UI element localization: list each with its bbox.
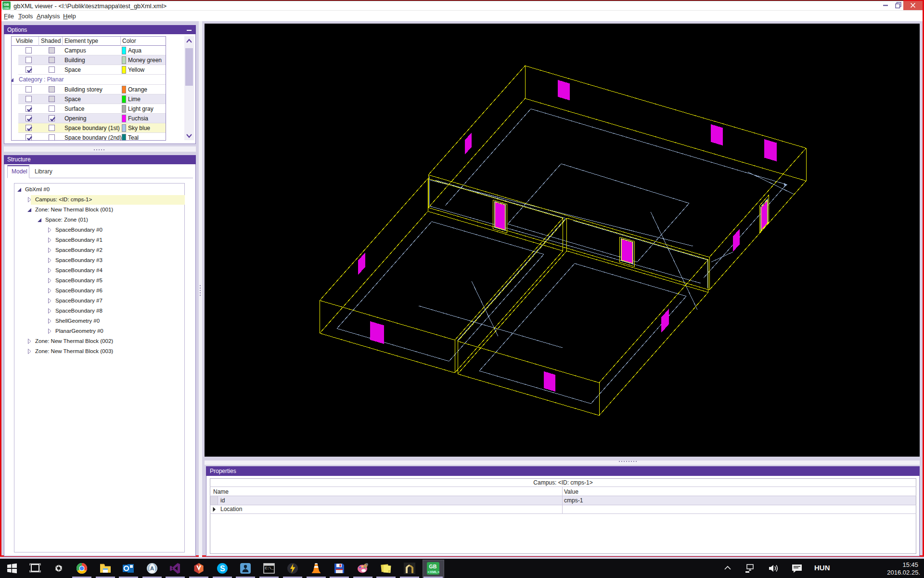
svg-text:S: S bbox=[220, 565, 225, 573]
svg-text:GB: GB bbox=[429, 564, 437, 569]
svg-text:C:\_: C:\_ bbox=[265, 566, 274, 570]
svg-text:<XML>: <XML> bbox=[3, 7, 11, 10]
svg-text:A: A bbox=[150, 565, 154, 571]
svg-text:<XML>: <XML> bbox=[428, 570, 440, 574]
